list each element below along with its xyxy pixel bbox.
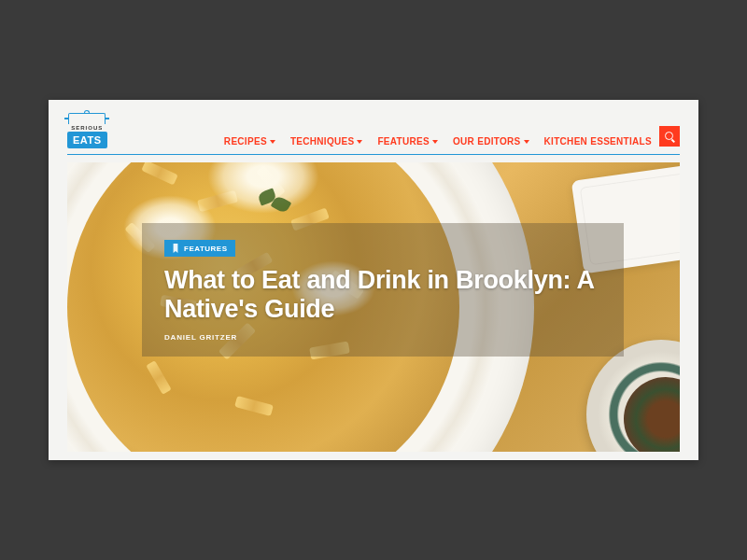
chevron-down-icon <box>270 140 275 144</box>
page: SERIOUS EATS RECIPES TECHNIQUES FEATURES… <box>49 100 698 460</box>
nav-our-editors[interactable]: OUR EDITORS <box>453 136 529 147</box>
chevron-down-icon <box>524 140 529 144</box>
article-headline: What to Eat and Drink in Brooklyn: A Nat… <box>164 266 601 324</box>
header: SERIOUS EATS RECIPES TECHNIQUES FEATURES… <box>49 100 698 154</box>
pot-icon <box>68 113 106 124</box>
hero-article[interactable]: FEATURES What to Eat and Drink in Brookl… <box>67 162 680 452</box>
article-byline: DANIEL GRITZER <box>164 333 601 342</box>
nav-label: FEATURES <box>377 136 430 147</box>
chevron-down-icon <box>432 140 438 144</box>
hero-overlay: FEATURES What to Eat and Drink in Brookl… <box>142 223 624 357</box>
nav-label: KITCHEN ESSENTIALS <box>544 136 652 147</box>
header-divider <box>67 154 680 155</box>
category-badge[interactable]: FEATURES <box>164 240 235 257</box>
nav-label: OUR EDITORS <box>453 136 521 147</box>
nav-features[interactable]: FEATURES <box>377 136 438 147</box>
badge-label: FEATURES <box>184 245 228 253</box>
nav-recipes[interactable]: RECIPES <box>224 136 275 147</box>
nav-techniques[interactable]: TECHNIQUES <box>290 136 363 147</box>
nav-label: TECHNIQUES <box>290 136 355 147</box>
search-icon <box>665 132 674 141</box>
bookmark-icon <box>172 244 179 253</box>
main-nav: RECIPES TECHNIQUES FEATURES OUR EDITORS … <box>224 136 652 154</box>
logo-text-bottom: EATS <box>67 132 107 148</box>
logo-text-top: SERIOUS <box>71 125 103 131</box>
search-button[interactable] <box>659 126 680 147</box>
nav-label: RECIPES <box>224 136 267 147</box>
chevron-down-icon <box>357 140 362 144</box>
nav-kitchen-essentials[interactable]: KITCHEN ESSENTIALS <box>544 136 652 147</box>
site-logo[interactable]: SERIOUS EATS <box>67 113 107 154</box>
